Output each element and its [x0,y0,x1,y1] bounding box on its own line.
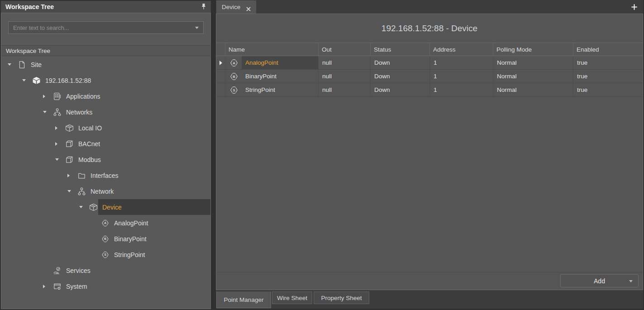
polling-mode-cell[interactable]: Normal [493,56,573,69]
document-tab-bar: Device [216,0,643,14]
tree-item-label: Modbus [78,156,101,163]
tree-item-label: Interfaces [91,172,118,179]
tree-item-label: Networks [66,109,92,116]
row-selector[interactable] [216,56,225,69]
tree-item-analogpoint[interactable]: A AnalogPoint [1,215,210,231]
tree-item-binarypoint[interactable]: B BinaryPoint [1,231,210,247]
svg-text:B: B [233,74,235,78]
column-header-polling-mode[interactable]: Polling Mode [493,43,573,56]
tree-item-label: Site [31,61,42,68]
table-row-analogpoint[interactable]: A AnalogPoint null Down 1 Normal true [216,56,643,70]
expander-collapsed-icon[interactable] [67,174,77,177]
expander-collapsed-icon[interactable] [43,285,53,288]
tree-item-applications[interactable]: Applications [1,88,210,104]
expander-collapsed-icon[interactable] [55,126,65,130]
expander-expanded-icon[interactable] [43,111,53,113]
svg-text:S: S [233,88,235,92]
expander-collapsed-icon[interactable] [55,142,65,146]
tab-label: Device [222,4,240,10]
view-title: 192.168.1.52:88 - Device [382,24,477,33]
name-cell[interactable]: B BinaryPoint [225,70,319,83]
tree-item-label: AnalogPoint [114,219,148,227]
out-cell[interactable]: null [319,56,371,69]
workspace-tree-panel-body: Enter text to search... Workspace Tree S… [1,13,211,309]
table-footer-bar: Add [216,272,643,290]
tree-item-server[interactable]: 192.168.1.52:88 [1,72,210,88]
table-row-stringpoint[interactable]: S StringPoint null Down 1 Normal true [216,83,643,97]
tree-item-bacnet[interactable]: BACnet [1,136,210,152]
status-cell[interactable]: Down [371,70,430,83]
svg-text:A: A [233,61,235,65]
expander-expanded-icon[interactable] [79,206,89,208]
tree-item-label: Applications [66,93,100,100]
expander-expanded-icon[interactable] [55,158,65,161]
out-cell[interactable]: null [319,70,371,83]
table-header-row: Name Out Status Address Polling Mode Ena… [216,43,643,56]
tab-wire-sheet[interactable]: Wire Sheet [272,291,312,304]
tree-item-local-io[interactable]: Local IO [1,120,210,136]
workspace-tree-panel-header: Workspace Tree [1,1,211,13]
column-header-enabled[interactable]: Enabled [573,43,643,56]
add-dropdown-caret-icon[interactable] [629,280,633,282]
system-icon [53,282,62,291]
tree-item-device[interactable]: Device [1,199,210,215]
tab-point-manager[interactable]: Point Manager [216,291,271,308]
polling-mode-cell[interactable]: Normal [493,70,573,83]
tab-device[interactable]: Device [216,0,256,14]
workspace-tree: Site 192.168.1.52:88 Applications [1,57,210,308]
points-table: Name Out Status Address Polling Mode Ena… [216,43,643,97]
tree-item-label: Device [102,204,122,211]
enabled-cell[interactable]: true [573,70,643,83]
tree-item-label: BinaryPoint [114,235,147,243]
address-cell[interactable]: 1 [430,56,493,69]
status-cell[interactable]: Down [371,83,430,96]
view-tab-strip: Point Manager Wire Sheet Property Sheet [216,290,643,309]
column-header-status[interactable]: Status [371,43,430,56]
network-icon [53,108,62,116]
status-cell[interactable]: Down [371,56,430,69]
column-header-out[interactable]: Out [319,43,371,56]
column-header-address[interactable]: Address [430,43,493,56]
add-tab-icon[interactable] [631,4,637,10]
expander-expanded-icon[interactable] [22,79,32,81]
search-placeholder: Enter text to search... [13,24,195,31]
expander-expanded-icon[interactable] [8,63,18,66]
row-selector[interactable] [216,70,225,83]
search-input[interactable]: Enter text to search... [8,21,204,34]
enabled-cell[interactable]: true [573,56,643,69]
enabled-cell[interactable]: true [573,83,643,96]
polling-mode-cell[interactable]: Normal [493,83,573,96]
tab-property-sheet[interactable]: Property Sheet [314,291,369,304]
tree-item-services[interactable]: Services [1,262,210,278]
tree-item-network[interactable]: Network [1,183,210,199]
tree-item-stringpoint[interactable]: S StringPoint [1,247,210,262]
add-button[interactable]: Add [560,274,639,287]
close-icon[interactable] [246,5,251,10]
point-name: BinaryPoint [242,70,318,83]
search-dropdown-caret-icon[interactable] [195,27,199,29]
tree-item-label: Local IO [78,124,102,132]
out-cell[interactable]: null [319,83,371,96]
table-row-binarypoint[interactable]: B BinaryPoint null Down 1 Normal true [216,70,643,83]
tree-item-interfaces[interactable]: Interfaces [1,167,210,183]
server-icon [32,76,41,85]
tree-item-label: BACnet [78,140,100,148]
tree-item-modbus[interactable]: Modbus [1,152,210,167]
column-header-name[interactable]: Name [225,43,319,56]
tree-item-system[interactable]: System [1,278,210,294]
tree-item-site[interactable]: Site [1,57,210,72]
address-cell[interactable]: 1 [430,83,493,96]
add-button-label: Add [594,277,605,285]
address-cell[interactable]: 1 [430,70,493,83]
name-cell[interactable]: A AnalogPoint [225,56,319,69]
analog-point-icon: A [229,58,239,67]
network-icon [77,187,86,196]
tree-item-networks[interactable]: Networks [1,104,210,120]
expander-expanded-icon[interactable] [67,190,77,192]
view-title-bar: 192.168.1.52:88 - Device [216,14,643,43]
expander-collapsed-icon[interactable] [43,95,53,98]
name-cell[interactable]: S StringPoint [225,83,319,96]
pin-icon[interactable] [201,3,206,10]
svg-text:S: S [104,253,106,256]
row-selector[interactable] [216,83,225,96]
